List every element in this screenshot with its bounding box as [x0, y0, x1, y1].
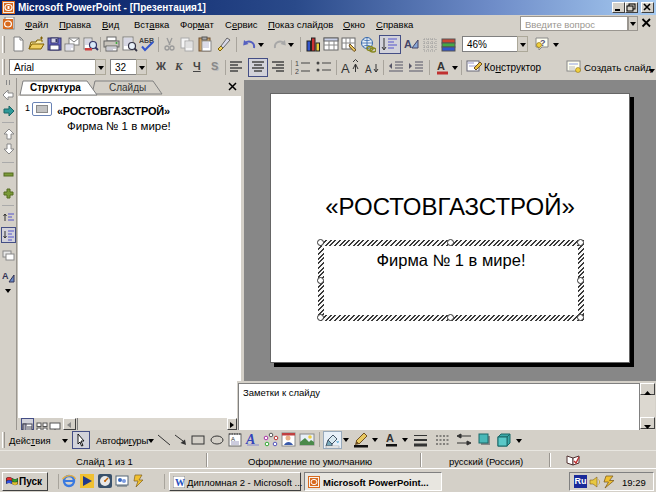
- svg-text:W: W: [175, 477, 185, 488]
- svg-text:2: 2: [295, 68, 299, 75]
- svg-text:А: А: [386, 432, 394, 444]
- svg-text:A: A: [365, 64, 372, 75]
- svg-text:A: A: [2, 271, 9, 281]
- svg-text:1: 1: [295, 60, 299, 67]
- svg-text:A: A: [437, 60, 445, 72]
- svg-text:A: A: [404, 38, 412, 50]
- svg-text:A: A: [231, 436, 235, 442]
- svg-text:A: A: [341, 61, 350, 76]
